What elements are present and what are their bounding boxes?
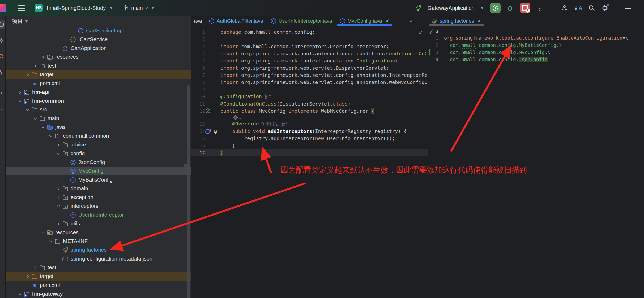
tree-item-test[interactable]: test [6, 263, 191, 272]
override-icon[interactable] [205, 128, 212, 134]
inlay-gear-icon[interactable] [233, 115, 238, 120]
splitter-handle[interactable] [184, 164, 188, 174]
editor-tab-AuthGlobalFilter.java[interactable]: CAuthGlobalFilter.java [205, 16, 267, 26]
editor-tab-UserInfoInterceptor.java[interactable]: CUserInfoInterceptor.java [267, 16, 336, 26]
tree-item-spring-configuration-metadata.json[interactable]: { }spring-configuration-metadata.json [6, 254, 191, 263]
tree-item-MyBatisConfig[interactable]: CMyBatisConfig [6, 175, 191, 184]
search-icon[interactable] [588, 5, 595, 11]
tree-item-spring.factories[interactable]: ✱spring.factories [6, 246, 191, 254]
translate-icon[interactable]: 文A [574, 5, 582, 11]
tree-item-com.hmall.common[interactable]: com.hmall.common [6, 132, 191, 140]
chevron-down-icon[interactable] [24, 108, 31, 112]
tree-item-MvcConfig[interactable]: CMvcConfig [6, 167, 191, 175]
chevron-right-icon[interactable] [55, 187, 62, 191]
tree-item-exception[interactable]: exception [6, 193, 191, 202]
tree-item-resources[interactable]: resources [6, 228, 191, 237]
editor-tab-MvcConfig.java[interactable]: CMvcConfig.java✕ [336, 16, 393, 26]
notification-dot [607, 4, 609, 6]
tree-item-domain[interactable]: domain [6, 184, 191, 193]
tree-item-resources[interactable]: resources [6, 53, 191, 61]
tab-list-chevron-icon[interactable] [409, 19, 413, 23]
close-tab-icon[interactable]: ✕ [477, 18, 481, 24]
chevron-down-icon[interactable]: ▼ [480, 6, 484, 10]
close-tab-icon[interactable]: ✕ [385, 18, 389, 24]
chevron-right-icon[interactable] [32, 64, 39, 68]
project-badge[interactable]: HS [35, 4, 43, 12]
tree-item-JsonConfig[interactable]: CJsonConfig [6, 158, 191, 167]
chevron-right-icon[interactable] [32, 266, 39, 270]
chevron-down-icon[interactable] [16, 99, 23, 103]
chevron-right-icon[interactable] [24, 275, 31, 278]
chevron-right-icon[interactable] [55, 222, 62, 226]
tree-item-config[interactable]: config [6, 149, 191, 158]
activity-project-button[interactable] [0, 20, 6, 29]
activity-commit-button[interactable] [0, 36, 6, 45]
chevron-down-icon[interactable] [47, 134, 54, 138]
project-panel-header[interactable]: 项目 ▼ [6, 16, 191, 26]
chevron-down-icon[interactable] [32, 117, 39, 120]
activity-pull-requests-button[interactable] [0, 52, 6, 61]
project-name[interactable]: hmall-SpringCloud-Study [47, 5, 106, 11]
debug-button[interactable] [506, 4, 514, 12]
tree-item-main[interactable]: main [6, 114, 191, 123]
tree-item-UserInfoInterceptor[interactable]: CUserInfoInterceptor [6, 211, 191, 219]
chevron-down-icon[interactable] [16, 292, 23, 296]
tree-item-utils[interactable]: utils [6, 219, 191, 228]
rerun-button[interactable] [490, 3, 501, 13]
chevron-down-icon[interactable]: ▼ [109, 6, 113, 10]
chevron-down-icon[interactable] [55, 152, 62, 156]
tree-item-advice[interactable]: advice [6, 140, 191, 149]
chevron-down-icon[interactable] [39, 231, 46, 234]
editor-tab-spring.factories[interactable]: ✱spring.factories✕ [428, 16, 485, 26]
activity-more-button[interactable] [0, 105, 6, 114]
tree-item-src[interactable]: src [6, 105, 191, 114]
more-actions-icon[interactable]: ⋮ [536, 4, 543, 12]
stop-button[interactable]: 7 [520, 3, 530, 13]
window-maximize-button[interactable] [639, 5, 644, 11]
chevron-right-icon[interactable] [16, 90, 23, 94]
code-line: 10@Configuration 新* [191, 93, 428, 100]
tree-item-hm-common[interactable]: hm-common [6, 96, 191, 105]
tree-item-CartServiceImpl[interactable]: CCartServiceImpl [6, 26, 191, 35]
chevron-right-icon[interactable] [39, 55, 46, 59]
main-menu-icon[interactable] [16, 3, 27, 13]
package-icon [62, 194, 69, 201]
tree-item-java[interactable]: java [6, 123, 191, 132]
tree-item-target[interactable]: target [6, 272, 191, 281]
activity-vcs-button[interactable] [0, 68, 6, 77]
tree-item-test[interactable]: test [6, 61, 191, 70]
tree-item-pom.xml[interactable]: mpom.xml [6, 79, 191, 88]
tree-item-META-INF[interactable]: META-INF [6, 237, 191, 246]
inlay-hint-row[interactable]: ⌄ [191, 115, 428, 120]
bean-icon[interactable] [205, 108, 211, 114]
editor-tab-partial[interactable]: ava [191, 16, 205, 26]
code-editor-mvcconfig[interactable]: 1package com.hmall.common.config;23impor… [191, 26, 428, 156]
chevron-right-icon[interactable] [24, 73, 31, 77]
tree-item-hm-api[interactable]: hm-api [6, 88, 191, 96]
chevron-down-icon[interactable] [55, 204, 62, 208]
chevron-right-icon[interactable] [55, 196, 62, 199]
settings-gear-icon[interactable] [601, 4, 608, 12]
tree-item-hm-gateway[interactable]: hm-gateway [6, 289, 191, 298]
tab-options-icon[interactable]: ⋮ [418, 18, 424, 24]
git-branch-widget[interactable]: main ↗ ▼ [124, 5, 155, 11]
window-minimize-button[interactable] [625, 8, 631, 9]
run-configuration[interactable]: GatewayApplication [428, 5, 475, 11]
tree-item-CartApplication[interactable]: CartApplication [6, 44, 191, 53]
activity-structure-button[interactable] [0, 89, 6, 98]
chevron-right-icon[interactable] [55, 143, 62, 147]
at-icon[interactable]: @ [212, 128, 218, 134]
svg-text:C: C [210, 19, 213, 23]
tree-item-ICartService[interactable]: IICartService [6, 35, 191, 44]
svg-text:C: C [341, 19, 344, 23]
code-editor-spring-factories[interactable]: 3 1org.springframework.boot.autoconfigur… [428, 26, 644, 63]
code-line: 4 com.hmall.common.config.JsonConfig [428, 56, 644, 63]
tree-item-pom.xml[interactable]: mpom.xml [6, 281, 191, 289]
tree-scrollbar[interactable] [187, 85, 190, 298]
add-user-icon[interactable] [561, 5, 568, 11]
inspection-widget[interactable]: 3 [428, 28, 644, 34]
tree-item-interceptors[interactable]: interceptors [6, 202, 191, 211]
tree-item-target[interactable]: target [6, 70, 191, 79]
chevron-down-icon[interactable] [47, 240, 54, 243]
chevron-down-icon[interactable] [39, 125, 46, 129]
